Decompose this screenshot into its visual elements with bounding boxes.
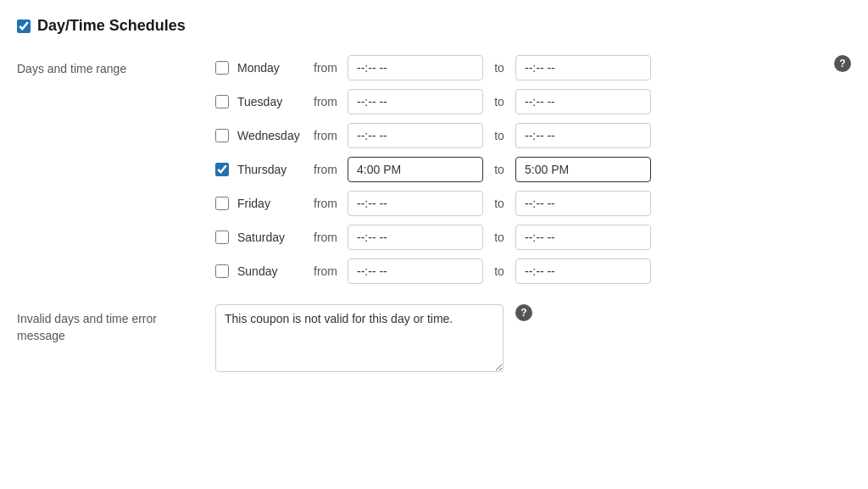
from-label-wednesday: from [314, 129, 339, 142]
from-label-thursday: from [314, 163, 339, 176]
section-enable-checkbox[interactable] [17, 19, 31, 33]
label-saturday: Saturday [237, 231, 305, 244]
error-input-wrap: ? [215, 304, 532, 372]
label-wednesday: Wednesday [237, 129, 305, 142]
day-row-wednesday: Wednesdayfromto [215, 123, 810, 148]
section-title: Day/Time Schedules [37, 17, 186, 35]
checkbox-friday[interactable] [215, 197, 229, 210]
days-time-range-label: Days and time range [17, 55, 195, 75]
to-label-sunday: to [492, 264, 507, 278]
to-input-tuesday[interactable] [515, 89, 651, 114]
to-input-friday[interactable] [515, 191, 651, 216]
label-friday: Friday [237, 197, 305, 210]
label-tuesday: Tuesday [237, 95, 305, 108]
to-input-sunday[interactable] [515, 258, 651, 284]
label-sunday: Sunday [237, 264, 305, 278]
to-input-saturday[interactable] [515, 225, 651, 250]
from-input-friday[interactable] [348, 191, 483, 216]
to-input-wednesday[interactable] [515, 123, 651, 148]
from-input-tuesday[interactable] [348, 89, 483, 114]
days-column: MondayfromtoTuesdayfromtoWednesdayfromto… [215, 55, 810, 284]
to-input-monday[interactable] [515, 55, 651, 81]
checkbox-monday[interactable] [215, 61, 229, 75]
from-input-saturday[interactable] [348, 225, 483, 250]
error-help-icon[interactable]: ? [515, 304, 532, 321]
checkbox-saturday[interactable] [215, 231, 229, 244]
days-time-range-row: Days and time range MondayfromtoTuesdayf… [17, 55, 851, 284]
day-row-thursday: Thursdayfromto [215, 157, 810, 182]
day-row-sunday: Sundayfromto [215, 258, 810, 284]
day-row-monday: Mondayfromto [215, 55, 810, 81]
to-label-monday: to [492, 61, 507, 75]
from-input-wednesday[interactable] [348, 123, 483, 148]
error-label: Invalid days and time error message [17, 304, 195, 344]
to-input-thursday[interactable] [515, 157, 651, 182]
checkbox-tuesday[interactable] [215, 95, 229, 108]
error-message-row: Invalid days and time error message ? [17, 304, 851, 372]
to-label-friday: to [492, 197, 507, 210]
label-monday: Monday [237, 61, 305, 75]
from-label-friday: from [314, 197, 339, 210]
section-header: Day/Time Schedules [17, 17, 851, 35]
from-label-sunday: from [314, 264, 339, 278]
to-label-thursday: to [492, 163, 507, 176]
from-input-monday[interactable] [348, 55, 483, 81]
to-label-saturday: to [492, 231, 507, 244]
to-label-wednesday: to [492, 129, 507, 142]
from-label-saturday: from [314, 231, 339, 244]
day-row-saturday: Saturdayfromto [215, 225, 810, 250]
checkbox-thursday[interactable] [215, 163, 229, 176]
from-label-monday: from [314, 61, 339, 75]
from-label-tuesday: from [314, 95, 339, 108]
from-input-sunday[interactable] [348, 258, 483, 284]
day-row-tuesday: Tuesdayfromto [215, 89, 810, 114]
label-thursday: Thursday [237, 163, 305, 176]
to-label-tuesday: to [492, 95, 507, 108]
from-input-thursday[interactable] [348, 157, 483, 182]
days-help-icon[interactable]: ? [834, 55, 851, 72]
day-row-friday: Fridayfromto [215, 191, 810, 216]
error-message-textarea[interactable] [215, 304, 504, 372]
checkbox-wednesday[interactable] [215, 129, 229, 142]
checkbox-sunday[interactable] [215, 264, 229, 278]
